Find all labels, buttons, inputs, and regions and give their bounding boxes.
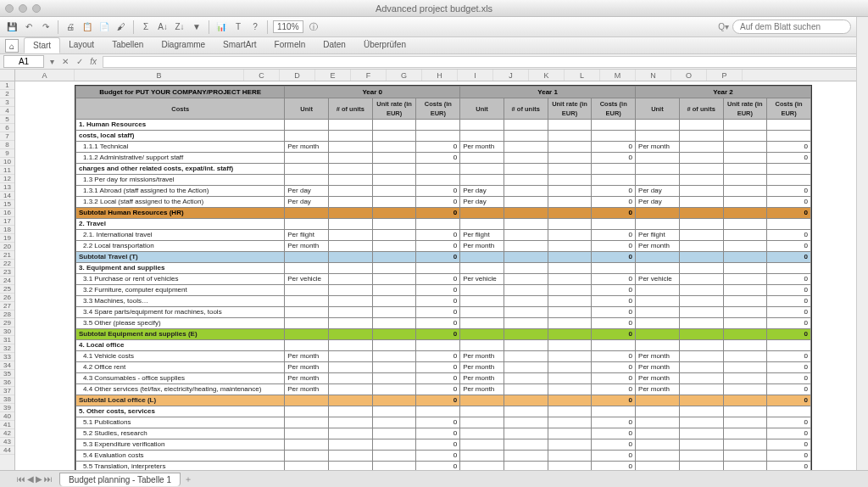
cell[interactable] xyxy=(679,252,723,263)
row-header-11[interactable]: 11 xyxy=(0,166,14,175)
print-icon[interactable]: 🖨 xyxy=(64,20,77,34)
cell[interactable] xyxy=(548,340,592,351)
cell[interactable] xyxy=(285,329,329,340)
cell[interactable]: Per day xyxy=(285,186,329,197)
col-header-N[interactable]: N xyxy=(636,70,671,81)
cell[interactable]: Per month xyxy=(285,241,329,252)
cell[interactable] xyxy=(329,362,373,373)
cell[interactable] xyxy=(723,329,767,340)
cell[interactable] xyxy=(636,285,680,296)
cell[interactable]: 0 xyxy=(416,373,460,384)
cell[interactable]: Per month xyxy=(636,241,680,252)
cell[interactable] xyxy=(723,395,767,406)
cell[interactable] xyxy=(329,417,373,428)
cell[interactable]: 0 xyxy=(416,186,460,197)
cell[interactable] xyxy=(636,307,680,318)
cell[interactable] xyxy=(504,307,548,318)
cell[interactable] xyxy=(460,296,504,307)
column-headers[interactable]: ABCDEFGHIJKLMNOP xyxy=(15,70,868,81)
cell[interactable]: Subtotal Equipment and supplies (E) xyxy=(76,329,285,340)
cell[interactable] xyxy=(285,252,329,263)
row-header-14[interactable]: 14 xyxy=(0,192,14,200)
cell[interactable]: Per month xyxy=(460,373,504,384)
cell[interactable]: 5.4 Evaluation costs xyxy=(76,451,285,462)
cell[interactable] xyxy=(460,318,504,329)
cell[interactable]: 4.4 Other services (tel/fax, electricity… xyxy=(76,384,285,395)
cell[interactable]: Per flight xyxy=(460,230,504,241)
cell[interactable] xyxy=(548,451,592,462)
row-header-9[interactable]: 9 xyxy=(0,149,14,158)
cell[interactable] xyxy=(636,131,680,142)
cell[interactable]: 0 xyxy=(767,186,811,197)
cell[interactable] xyxy=(548,329,592,340)
cell[interactable] xyxy=(679,186,723,197)
cell[interactable]: 0 xyxy=(592,362,636,373)
cell[interactable]: 0 xyxy=(767,252,811,263)
cell[interactable] xyxy=(329,451,373,462)
cell[interactable]: 0 xyxy=(767,285,811,296)
cell[interactable] xyxy=(460,428,504,439)
cell[interactable]: 0 xyxy=(416,318,460,329)
cell[interactable]: Subtotal Human Resources (HR) xyxy=(76,208,285,219)
col-header-L[interactable]: L xyxy=(565,70,600,81)
cell[interactable]: 0 xyxy=(416,451,460,462)
cell[interactable]: 0 xyxy=(767,451,811,462)
cell[interactable] xyxy=(285,153,329,164)
cell[interactable] xyxy=(329,208,373,219)
cell[interactable] xyxy=(460,175,504,186)
sheet-tab-active[interactable]: Budget planning - Tabelle 1 xyxy=(59,473,181,486)
cell[interactable] xyxy=(329,263,373,274)
cell[interactable] xyxy=(504,252,548,263)
cell[interactable]: 0 xyxy=(767,373,811,384)
cell[interactable] xyxy=(329,274,373,285)
search-input[interactable] xyxy=(732,20,851,34)
row-header-18[interactable]: 18 xyxy=(0,226,14,234)
cell[interactable] xyxy=(329,120,373,131)
cell[interactable]: 0 xyxy=(592,307,636,318)
cell[interactable]: 0 xyxy=(592,439,636,451)
cell[interactable] xyxy=(723,351,767,362)
cell[interactable] xyxy=(636,252,680,263)
cell[interactable] xyxy=(636,219,680,230)
cell[interactable] xyxy=(285,451,329,462)
cell[interactable] xyxy=(504,451,548,462)
cell[interactable] xyxy=(285,296,329,307)
cell[interactable] xyxy=(592,164,636,175)
col-header-F[interactable]: F xyxy=(351,70,387,81)
cell[interactable] xyxy=(679,230,723,241)
row-header-24[interactable]: 24 xyxy=(0,277,14,285)
cell[interactable] xyxy=(723,307,767,318)
sheet-nav-next-icon[interactable]: ▶ xyxy=(36,474,42,484)
cell[interactable] xyxy=(504,153,548,164)
cell[interactable]: Per day xyxy=(636,186,680,197)
cell[interactable] xyxy=(460,263,504,274)
cell[interactable]: 1.1.1 Technical xyxy=(76,142,285,153)
cell[interactable] xyxy=(767,406,811,417)
cell[interactable]: 0 xyxy=(592,373,636,384)
cell[interactable]: 0 xyxy=(767,296,811,307)
cell[interactable]: 1. Human Resources xyxy=(76,120,285,131)
col-header-D[interactable]: D xyxy=(280,70,315,81)
cell[interactable]: charges and other related costs, expat/i… xyxy=(76,164,285,175)
cell[interactable] xyxy=(329,241,373,252)
cell[interactable] xyxy=(372,318,416,329)
vertical-scrollbar[interactable] xyxy=(856,17,868,470)
row-header-37[interactable]: 37 xyxy=(0,387,14,395)
cell[interactable]: 0 xyxy=(592,329,636,340)
cell[interactable] xyxy=(679,296,723,307)
sum-icon[interactable]: Σ xyxy=(139,20,153,34)
cell[interactable] xyxy=(460,153,504,164)
row-header-12[interactable]: 12 xyxy=(0,175,14,183)
cell[interactable]: 0 xyxy=(416,296,460,307)
cell[interactable]: Per month xyxy=(460,142,504,153)
cell[interactable] xyxy=(372,241,416,252)
cell[interactable] xyxy=(636,153,680,164)
cell[interactable]: Subtotal Travel (T) xyxy=(76,252,285,263)
save-icon[interactable]: 💾 xyxy=(5,20,19,34)
chart-icon[interactable]: 📊 xyxy=(214,20,228,34)
cell[interactable] xyxy=(504,186,548,197)
cell[interactable] xyxy=(548,241,592,252)
cell[interactable] xyxy=(372,451,416,462)
row-header-42[interactable]: 42 xyxy=(0,429,14,438)
cell[interactable] xyxy=(548,351,592,362)
